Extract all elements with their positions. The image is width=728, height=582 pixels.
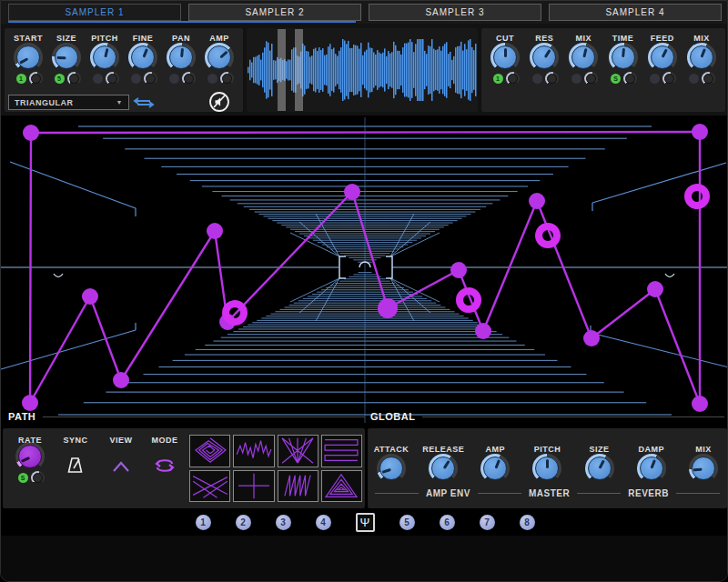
- path-preset-thumbnail-horizontal-scan[interactable]: [321, 435, 362, 467]
- tab-sampler-2[interactable]: SAMPLER 2: [188, 4, 361, 21]
- divider: [676, 493, 720, 494]
- mod-badge[interactable]: [207, 74, 217, 84]
- mix-knob[interactable]: [690, 45, 713, 69]
- knob-pointer: [19, 57, 28, 64]
- tab-sampler-4[interactable]: SAMPLER 4: [549, 4, 722, 21]
- pan-knob[interactable]: [169, 45, 193, 69]
- mod-badge[interactable]: 5: [55, 74, 65, 84]
- time-knob[interactable]: [612, 45, 635, 69]
- mini-knob[interactable]: [184, 74, 194, 84]
- mini-knob[interactable]: [33, 473, 43, 483]
- knob-pointer: [104, 48, 108, 57]
- mute-button[interactable]: [208, 91, 230, 113]
- global-section-label-row: GLOBAL: [370, 411, 724, 422]
- pad-button-3[interactable]: 3: [276, 515, 291, 530]
- mini-knob[interactable]: [664, 74, 674, 84]
- mod-badge[interactable]: [93, 74, 103, 84]
- size-knob[interactable]: [588, 457, 612, 480]
- knob-mini-row: [689, 73, 713, 84]
- mini-knob[interactable]: [222, 74, 232, 84]
- attack-knob[interactable]: [379, 457, 403, 480]
- mod-badge[interactable]: [650, 74, 660, 84]
- mod-badge[interactable]: [131, 74, 141, 84]
- mini-knob-body: [184, 74, 194, 84]
- release-knob[interactable]: [431, 457, 455, 480]
- pad-button-8[interactable]: 8: [520, 515, 535, 530]
- fine-knob[interactable]: [131, 45, 155, 69]
- size-knob[interactable]: [55, 45, 78, 69]
- knob-body: [532, 45, 556, 69]
- knob-pointer: [56, 56, 66, 60]
- view-mode-icon[interactable]: [110, 458, 132, 475]
- mini-knob[interactable]: [547, 74, 557, 84]
- mix-knob[interactable]: [692, 457, 715, 480]
- shape-dropdown[interactable]: TRIANGULAR ▼: [8, 95, 129, 110]
- sync-label: SYNC: [63, 436, 87, 445]
- mod-badge[interactable]: [169, 74, 179, 84]
- mod-badge[interactable]: [532, 74, 542, 84]
- path-preset-thumbnail-nested-triangles[interactable]: [321, 470, 362, 503]
- mini-knob-body: [69, 74, 79, 84]
- knob-column-release: RELEASE: [425, 439, 461, 480]
- pitch-knob[interactable]: [93, 45, 116, 69]
- path-visualizer[interactable]: PATH GLOBAL: [1, 115, 728, 426]
- tab-sampler-3[interactable]: SAMPLER 3: [369, 4, 541, 21]
- knob-pointer: [494, 459, 500, 468]
- waveform-display[interactable]: [248, 29, 477, 111]
- pad-button-2[interactable]: 2: [236, 515, 251, 530]
- mix-knob[interactable]: [571, 45, 595, 69]
- mod-badge[interactable]: 1: [493, 74, 503, 84]
- active-tab-underline: [8, 21, 356, 23]
- path-preset-thumbnail-axis-cross[interactable]: [233, 470, 274, 503]
- knob-column-cut: CUT1: [487, 28, 523, 84]
- feed-knob[interactable]: [651, 45, 674, 69]
- path-preset-thumbnail-cross-weave[interactable]: [189, 470, 230, 503]
- knob-mini-row: [571, 73, 596, 84]
- mini-knob[interactable]: [586, 74, 596, 84]
- amp-knob[interactable]: [207, 45, 231, 69]
- mod-badge[interactable]: S: [18, 473, 28, 483]
- mod-badge[interactable]: S: [611, 74, 621, 84]
- start-knob[interactable]: [16, 45, 40, 69]
- rate-knob[interactable]: [18, 445, 42, 468]
- pad-button-4[interactable]: 4: [316, 515, 331, 530]
- loop-mode-icon[interactable]: [153, 457, 177, 475]
- pad-button-7[interactable]: 7: [480, 515, 495, 530]
- amp-knob[interactable]: [483, 457, 507, 480]
- pad-button-6[interactable]: 6: [440, 515, 455, 530]
- cut-knob[interactable]: [493, 45, 517, 69]
- metronome-icon[interactable]: [66, 456, 86, 476]
- damp-knob[interactable]: [640, 457, 663, 480]
- knob-pointer: [504, 48, 507, 57]
- path-preset-thumbnail-vertical-zigzag[interactable]: [278, 470, 318, 503]
- path-preset-thumbnail-butterfly[interactable]: [278, 435, 318, 467]
- divider: [577, 493, 621, 494]
- mod-badge[interactable]: [571, 74, 581, 84]
- pad-button-5[interactable]: 5: [399, 515, 415, 530]
- mod-badge[interactable]: 1: [16, 74, 26, 84]
- mini-knob[interactable]: [31, 74, 41, 84]
- knob-label: PAN: [172, 34, 190, 43]
- pitch-knob[interactable]: [535, 457, 559, 480]
- psi-button[interactable]: Ψ: [356, 513, 375, 532]
- pad-button-1[interactable]: 1: [196, 515, 211, 530]
- knob-pointer: [546, 459, 549, 468]
- tab-sampler-1[interactable]: SAMPLER 1: [8, 4, 181, 21]
- mod-badge[interactable]: [689, 74, 699, 84]
- knob-column-mix: MIX: [683, 28, 720, 84]
- knob-column-pan: PAN: [163, 28, 199, 84]
- mini-knob[interactable]: [508, 74, 518, 84]
- mini-knob[interactable]: [703, 74, 713, 84]
- res-knob[interactable]: [532, 45, 556, 69]
- knob-body: [93, 45, 116, 69]
- swap-icon[interactable]: [132, 93, 156, 111]
- mini-knob[interactable]: [69, 74, 79, 84]
- path-controls-panel: RATE RATES SYNC VIEW MODE: [3, 428, 365, 508]
- mini-knob[interactable]: [625, 74, 635, 84]
- path-preset-thumbnail-zigzag-wave[interactable]: [233, 435, 274, 467]
- mini-knob[interactable]: [107, 74, 117, 84]
- divider: [478, 493, 521, 494]
- mini-knob[interactable]: [146, 74, 156, 84]
- path-preset-thumbnail-spiral-diamond[interactable]: [189, 435, 230, 467]
- knob-label: FEED: [651, 34, 674, 43]
